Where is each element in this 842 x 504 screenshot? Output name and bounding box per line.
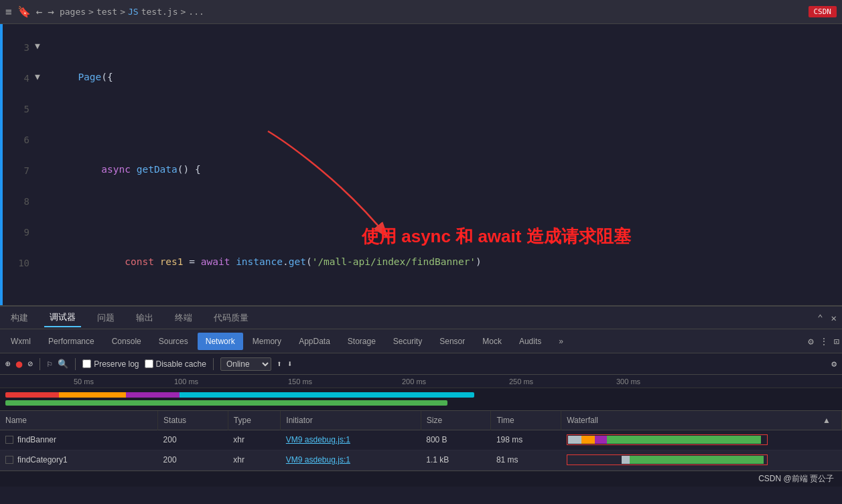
toolbar-separator-1 xyxy=(40,358,40,370)
toolbar-separator-2 xyxy=(75,358,76,370)
mark-150ms: 150 ms xyxy=(288,377,312,386)
menu-icon[interactable]: ≡ xyxy=(5,5,12,18)
tab-security[interactable]: Security xyxy=(385,333,430,350)
toolbar-separator-3 xyxy=(213,358,214,370)
code-line-4: async getData() { xyxy=(43,123,842,216)
tab-wxml[interactable]: Wxml xyxy=(3,333,39,350)
tl-seg-cyan xyxy=(180,392,474,398)
dock-icon[interactable]: ⊡ xyxy=(834,336,839,347)
search-btn[interactable]: 🔍 xyxy=(58,359,68,369)
tab-console[interactable]: Console xyxy=(104,333,149,350)
top-bar: ≡ 🔖 ← → pages > test > JS test.js > ... … xyxy=(0,0,842,24)
gear-btn[interactable]: ⚙ xyxy=(831,359,837,369)
tab-sensor[interactable]: Sensor xyxy=(431,333,473,350)
td-type-2: xhr xyxy=(228,450,281,470)
tab-output[interactable]: 输出 xyxy=(131,309,159,327)
close-devtools-icon[interactable]: ✕ xyxy=(831,313,837,323)
timeline-bars xyxy=(0,388,842,411)
fold-arrow-3[interactable]: ▼ xyxy=(35,31,40,62)
table-row[interactable]: findBanner 200 xhr VM9 asdebug.js:1 800 … xyxy=(0,430,842,450)
disable-cache-checkbox[interactable]: Disable cache xyxy=(145,359,206,369)
collapse-icon[interactable]: ⌃ xyxy=(817,313,823,323)
tab-debugger[interactable]: 调试器 xyxy=(44,309,81,327)
network-toolbar: ⊕ ● ⊘ ⚐ 🔍 Preserve log Disable cache Onl… xyxy=(0,353,842,375)
cursor-tool-btn[interactable]: ⊕ xyxy=(5,359,11,369)
col-type: Type xyxy=(228,411,281,430)
td-time-1: 198 ms xyxy=(491,430,561,450)
download-btn[interactable]: ⬇ xyxy=(287,359,293,369)
tab-appdata[interactable]: AppData xyxy=(291,333,338,350)
network-table-container: Name Status Type Initiator Size Time Wat… xyxy=(0,411,842,471)
timeline-bar-1 xyxy=(5,392,474,398)
fold-arrow-4[interactable]: ▼ xyxy=(35,62,40,92)
preserve-log-checkbox[interactable]: Preserve log xyxy=(82,359,139,369)
tab-sources[interactable]: Sources xyxy=(151,333,196,350)
status-text: CSDN @前端 贾公子 xyxy=(758,473,834,485)
mark-300ms: 300 ms xyxy=(616,377,640,386)
timeline-ruler: 50 ms 100 ms 150 ms 200 ms 250 ms 300 ms xyxy=(0,375,842,388)
row-checkbox-1[interactable] xyxy=(5,436,13,444)
td-time-2: 81 ms xyxy=(491,450,561,470)
mark-50ms: 50 ms xyxy=(74,377,94,386)
record-btn[interactable]: ● xyxy=(16,357,23,370)
td-type-1: xhr xyxy=(228,430,281,450)
code-content: Page({ async getData() { const res1 = aw… xyxy=(36,24,842,305)
tab-code-quality[interactable]: 代码质量 xyxy=(208,309,254,327)
td-name-1: findBanner xyxy=(0,430,158,450)
status-bar: CSDN @前端 贾公子 xyxy=(0,471,842,487)
bookmark-icon[interactable]: 🔖 xyxy=(17,5,31,18)
more-icon[interactable]: ⋮ xyxy=(819,336,829,347)
td-size-2: 1.1 kB xyxy=(421,450,491,470)
td-status-2: 200 xyxy=(158,450,228,470)
code-line-3: Page({ xyxy=(43,31,842,123)
breadcrumb: pages > test > JS test.js > ... xyxy=(60,7,204,17)
col-name: Name xyxy=(0,411,158,430)
td-size-1: 800 B xyxy=(421,430,491,450)
upload-btn[interactable]: ⬆ xyxy=(277,359,282,369)
tab-memory[interactable]: Memory xyxy=(244,333,289,350)
throttle-select[interactable]: Online Slow 3G Fast 3G Offline xyxy=(220,357,271,371)
devtools-tabs-bar: 构建 调试器 问题 输出 终端 代码质量 ⌃ ✕ xyxy=(0,305,842,329)
tab-more[interactable]: » xyxy=(551,333,571,350)
tab-storage[interactable]: Storage xyxy=(340,333,384,350)
td-status-1: 200 xyxy=(158,430,228,450)
col-status: Status xyxy=(158,411,228,430)
col-initiator: Initiator xyxy=(281,411,421,430)
network-table: Name Status Type Initiator Size Time Wat… xyxy=(0,411,842,471)
mark-200ms: 200 ms xyxy=(402,377,426,386)
line-numbers: 3 4 5 6 7 8 9 10 xyxy=(3,24,36,305)
tab-terminal[interactable]: 终端 xyxy=(169,309,198,327)
timeline-area: 50 ms 100 ms 150 ms 200 ms 250 ms 300 ms xyxy=(0,375,842,411)
forward-icon[interactable]: → xyxy=(48,5,54,18)
td-waterfall-2 xyxy=(561,450,842,470)
mark-250ms: 250 ms xyxy=(509,377,533,386)
back-icon[interactable]: ← xyxy=(36,5,43,18)
col-time: Time xyxy=(491,411,561,430)
td-initiator-1: VM9 asdebug.js:1 xyxy=(281,430,421,450)
tab-audits[interactable]: Audits xyxy=(511,333,549,350)
mark-100ms: 100 ms xyxy=(174,377,198,386)
tab-build[interactable]: 构建 xyxy=(5,309,33,327)
table-row[interactable]: findCategory1 200 xhr VM9 asdebug.js:1 1… xyxy=(0,450,842,470)
col-size: Size xyxy=(421,411,491,430)
tl-seg-red xyxy=(5,392,59,398)
tl-seg-purple xyxy=(126,392,180,398)
tl-seg-orange xyxy=(59,392,126,398)
timeline-bar-2 xyxy=(5,400,447,406)
col-waterfall[interactable]: Waterfall ▲ xyxy=(561,411,842,430)
annotation-text: 使用 async 和 await 造成请求阻塞 xyxy=(362,225,631,248)
td-waterfall-1 xyxy=(561,430,842,450)
tab-network[interactable]: Network xyxy=(198,333,243,350)
network-tabs-bar: Wxml Performance Console Sources Network… xyxy=(0,329,842,353)
tab-issues[interactable]: 问题 xyxy=(92,309,120,327)
csdn-badge: CSDN xyxy=(809,6,837,17)
tab-performance[interactable]: Performance xyxy=(40,333,102,350)
stop-record-btn[interactable]: ⊘ xyxy=(27,359,33,369)
td-name-2: findCategory1 xyxy=(0,450,158,470)
filter-btn[interactable]: ⚐ xyxy=(47,359,52,369)
row-checkbox-2[interactable] xyxy=(5,456,13,464)
code-editor: 3 4 5 6 7 8 9 10 ▼ ▼ Page({ async getDat… xyxy=(0,24,842,305)
tab-mock[interactable]: Mock xyxy=(474,333,510,350)
td-initiator-2: VM9 asdebug.js:1 xyxy=(281,450,421,470)
settings-icon[interactable]: ⚙ xyxy=(808,336,813,347)
